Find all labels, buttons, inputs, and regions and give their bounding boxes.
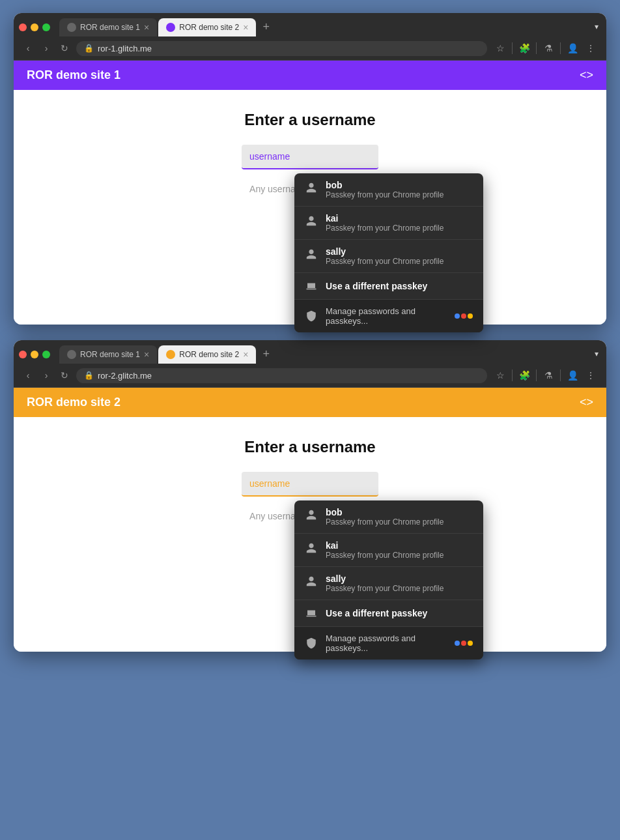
minimize-button-2[interactable] [31, 351, 38, 358]
forward-button[interactable]: › [40, 42, 53, 55]
tab-2[interactable]: ROR demo site 2 × [158, 18, 256, 36]
tab-favicon-1 [67, 23, 76, 32]
autocomplete-name-sally-1: sally [326, 246, 444, 257]
url-bar-2[interactable]: 🔒 ror-2.glitch.me [76, 368, 487, 383]
browser-window-2: ROR demo site 1 × ROR demo site 2 × + ▾ … [14, 340, 606, 652]
page-title-1: Enter a username [27, 111, 593, 129]
tab-close-1[interactable]: × [144, 23, 149, 32]
maximize-button[interactable] [42, 23, 50, 31]
url-text-1: ror-1.glitch.me [98, 44, 152, 53]
code-icon-2[interactable]: <> [580, 396, 593, 409]
tab-label-4: ROR demo site 2 [179, 350, 239, 359]
divider-1 [512, 42, 513, 54]
back-button-2[interactable]: ‹ [21, 369, 35, 382]
person-icon-bob-2 [305, 508, 318, 521]
divider-5 [536, 369, 537, 381]
site-header-2: ROR demo site 2 <> [14, 388, 606, 417]
maximize-button-2[interactable] [42, 351, 50, 358]
forward-button-2[interactable]: › [40, 369, 53, 382]
address-bar-2: ‹ › ↻ 🔒 ror-2.glitch.me ☆ 🧩 ⚗ 👤 ⋮ [14, 364, 606, 388]
tab-close-3[interactable]: × [144, 350, 149, 359]
menu-icon-2[interactable]: ⋮ [583, 368, 599, 383]
tab-3[interactable]: ROR demo site 1 × [59, 345, 157, 364]
address-actions-1: ☆ 🧩 ⚗ 👤 ⋮ [492, 40, 599, 56]
autocomplete-sub-kai-2: Passkey from your Chrome profile [326, 551, 444, 560]
reload-button[interactable]: ↻ [58, 42, 71, 55]
page-title-2: Enter a username [27, 438, 593, 456]
use-different-text-2: Use a different passkey [326, 608, 427, 618]
manage-passkeys-2[interactable]: Manage passwords and passkeys... [294, 627, 483, 659]
tab-label-2: ROR demo site 2 [179, 23, 239, 32]
tab-label-3: ROR demo site 1 [80, 350, 140, 359]
tab-dropdown-button[interactable]: ▾ [595, 22, 601, 36]
username-input-2[interactable] [242, 472, 378, 497]
tab-close-2[interactable]: × [243, 23, 248, 32]
use-different-passkey-2[interactable]: Use a different passkey [294, 600, 483, 627]
reload-button-2[interactable]: ↻ [58, 369, 71, 382]
tab-favicon-4 [166, 350, 175, 359]
username-input-wrapper-2: bob Passkey from your Chrome profile kai [242, 472, 378, 497]
manage-passkeys-text-1: Manage passwords and passkeys... [326, 306, 447, 326]
tab-close-4[interactable]: × [243, 350, 248, 359]
autocomplete-sub-bob-1: Passkey from your Chrome profile [326, 190, 444, 199]
extensions-icon[interactable]: 🧩 [516, 40, 532, 56]
new-tab-button[interactable]: + [257, 20, 275, 36]
autocomplete-item-bob-1[interactable]: bob Passkey from your Chrome profile [294, 173, 483, 207]
divider-3 [560, 42, 561, 54]
page-content-2: Enter a username bob Passkey from y [14, 417, 606, 652]
manage-passkeys-1[interactable]: Manage passwords and passkeys... [294, 300, 483, 332]
autocomplete-sub-bob-2: Passkey from your Chrome profile [326, 517, 444, 527]
profile-icon-2[interactable]: 👤 [565, 368, 580, 383]
autocomplete-item-sally-1[interactable]: sally Passkey from your Chrome profile [294, 240, 483, 273]
laptop-icon-2 [305, 607, 318, 620]
traffic-lights-2 [19, 351, 50, 364]
close-button[interactable] [19, 23, 27, 31]
lab-icon[interactable]: ⚗ [541, 40, 556, 56]
tab-bar-1: ROR demo site 1 × ROR demo site 2 × + ▾ [14, 13, 606, 36]
autocomplete-sub-sally-2: Passkey from your Chrome profile [326, 584, 444, 593]
address-actions-2: ☆ 🧩 ⚗ 👤 ⋮ [492, 368, 599, 383]
form-area-2: bob Passkey from your Chrome profile kai [27, 472, 593, 533]
divider-6 [560, 369, 561, 381]
back-button[interactable]: ‹ [21, 42, 35, 55]
code-icon-1[interactable]: <> [580, 68, 593, 82]
use-different-passkey-1[interactable]: Use a different passkey [294, 273, 483, 300]
browser-window-1: ROR demo site 1 × ROR demo site 2 × + ▾ … [14, 13, 606, 325]
person-icon-bob-1 [305, 181, 318, 194]
new-tab-button-2[interactable]: + [257, 347, 275, 364]
autocomplete-item-sally-2[interactable]: sally Passkey from your Chrome profile [294, 567, 483, 600]
tab-dropdown-button-2[interactable]: ▾ [595, 349, 601, 364]
person-icon-sally-2 [305, 575, 318, 588]
site-title-2: ROR demo site 2 [27, 396, 120, 409]
username-input-1[interactable] [242, 145, 378, 169]
address-bar-1: ‹ › ↻ 🔒 ror-1.glitch.me ☆ 🧩 ⚗ 👤 ⋮ [14, 36, 606, 61]
extensions-icon-2[interactable]: 🧩 [516, 368, 532, 383]
minimize-button[interactable] [31, 23, 38, 31]
autocomplete-content-sally-1: sally Passkey from your Chrome profile [326, 246, 444, 266]
autocomplete-item-kai-2[interactable]: kai Passkey from your Chrome profile [294, 534, 483, 567]
bookmark-icon-2[interactable]: ☆ [492, 368, 508, 383]
username-input-wrapper-1: bob Passkey from your Chrome profile kai [242, 145, 378, 169]
tab-favicon-2 [166, 23, 175, 32]
autocomplete-name-bob-2: bob [326, 507, 444, 517]
tab-1[interactable]: ROR demo site 1 × [59, 18, 157, 36]
form-area-1: bob Passkey from your Chrome profile kai [27, 145, 593, 206]
autocomplete-content-kai-1: kai Passkey from your Chrome profile [326, 213, 444, 233]
tab-4[interactable]: ROR demo site 2 × [158, 345, 256, 364]
autocomplete-content-bob-1: bob Passkey from your Chrome profile [326, 180, 444, 199]
autocomplete-name-bob-1: bob [326, 180, 444, 190]
autocomplete-item-kai-1[interactable]: kai Passkey from your Chrome profile [294, 207, 483, 240]
autocomplete-item-bob-2[interactable]: bob Passkey from your Chrome profile [294, 500, 483, 534]
lab-icon-2[interactable]: ⚗ [541, 368, 556, 383]
manage-passkeys-text-2: Manage passwords and passkeys... [326, 633, 447, 653]
autocomplete-name-kai-1: kai [326, 213, 444, 224]
url-bar-1[interactable]: 🔒 ror-1.glitch.me [76, 41, 487, 56]
tab-bar-2: ROR demo site 1 × ROR demo site 2 × + ▾ [14, 340, 606, 364]
close-button-2[interactable] [19, 351, 27, 358]
site-header-1: ROR demo site 1 <> [14, 61, 606, 90]
bookmark-icon[interactable]: ☆ [492, 40, 508, 56]
autocomplete-sub-kai-1: Passkey from your Chrome profile [326, 224, 444, 233]
autocomplete-dropdown-2: bob Passkey from your Chrome profile kai [294, 500, 483, 659]
profile-icon[interactable]: 👤 [565, 40, 580, 56]
menu-icon[interactable]: ⋮ [583, 40, 599, 56]
